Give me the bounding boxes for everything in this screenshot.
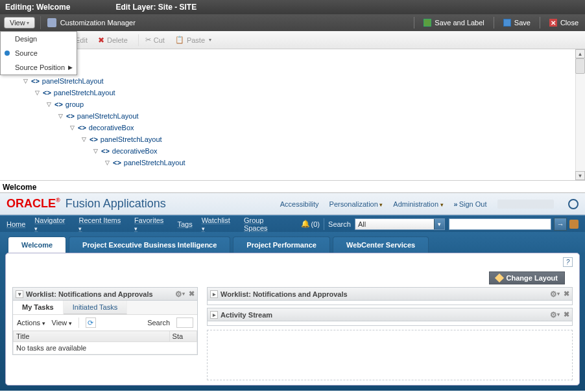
close-icon[interactable]: ✖ — [189, 290, 195, 298]
view-menu-source[interactable]: Source — [1, 46, 77, 60]
help-icon[interactable]: ? — [563, 257, 573, 267]
workspace: ? Change Layout ▾ Worklist: Notification… — [0, 253, 585, 391]
worklist-portlet-left: ▾ Worklist: Notifications and Approvals … — [12, 287, 198, 355]
main-tabs: Welcome Project Executive Business Intel… — [0, 232, 585, 253]
close-icon[interactable]: ✖ — [564, 290, 569, 298]
paste-icon: 📋 — [175, 36, 184, 44]
save-and-label-button[interactable]: Save and Label — [424, 19, 484, 27]
view-menu[interactable]: View — [52, 319, 72, 327]
actions-menu[interactable]: Actions — [17, 319, 45, 327]
tree-node[interactable]: ▽<>panelStretchLayout — [80, 133, 585, 145]
portlet-header: ▾ Worklist: Notifications and Approvals … — [13, 288, 197, 301]
source-tree-pane: ▽<>panelStretchLayout ▽<>panelStretchLay… — [0, 49, 585, 180]
sign-out-link[interactable]: Sign Out — [459, 200, 487, 208]
view-menu-button[interactable]: View ▾ — [4, 17, 35, 29]
table-row: No tasks are available — [14, 342, 197, 354]
tree-node[interactable]: ▽<>decorativeBox — [92, 145, 585, 157]
tree-node[interactable]: ▽<>decorativeBox — [69, 122, 585, 133]
close-icon: ✕ — [549, 19, 557, 27]
search-go-button[interactable]: → — [554, 218, 567, 231]
customization-manager-link[interactable]: Customization Manager — [47, 18, 136, 27]
administration-menu[interactable]: Administration — [393, 200, 443, 208]
tag-icon: <> — [78, 124, 86, 132]
save-button[interactable]: Save — [503, 19, 531, 27]
nav-recent-items[interactable]: Recent Items — [78, 216, 125, 232]
nav-group-spaces[interactable]: Group Spaces — [244, 216, 289, 232]
help-circle-icon[interactable] — [568, 199, 579, 209]
tab-project-performance[interactable]: Project Performance — [233, 236, 330, 253]
search-field[interactable] — [176, 317, 193, 328]
notification-count: (0) — [311, 220, 320, 228]
bell-icon[interactable]: 🔔 — [301, 220, 310, 228]
personalization-menu[interactable]: Personalization — [329, 200, 383, 208]
refresh-icon[interactable]: ⟳ — [86, 317, 96, 328]
expand-icon[interactable]: ▸ — [210, 290, 218, 298]
tab-my-tasks[interactable]: My Tasks — [13, 301, 64, 314]
edit-toolbar: Edit ✖Delete ✂Cut 📋Paste▾ — [0, 31, 585, 49]
tab-webcenter-services[interactable]: WebCenter Services — [333, 236, 429, 253]
tab-welcome[interactable]: Welcome — [8, 236, 66, 253]
save-icon — [503, 19, 511, 27]
gear-icon[interactable]: ⚙ — [175, 290, 182, 299]
edit-layer-title: Edit Layer: Site - SITE — [115, 0, 197, 14]
global-nav: Home Navigator Recent Items Favorites Ta… — [0, 215, 585, 232]
tree-node[interactable]: ▽<>panelStretchLayout — [57, 110, 585, 122]
save-label-icon — [424, 19, 431, 27]
gear-icon[interactable]: ⚙ — [550, 310, 557, 319]
search-input[interactable] — [449, 218, 552, 230]
tasks-table: Title Sta No tasks are available — [13, 330, 197, 354]
customization-manager-icon — [47, 18, 56, 27]
tree-node[interactable]: ▽<>panelStretchLayout — [34, 87, 585, 98]
app-title: Fusion Applications — [66, 197, 166, 211]
tag-icon: <> — [66, 112, 75, 120]
col-status[interactable]: Sta — [169, 331, 197, 342]
delete-button[interactable]: ✖Delete — [98, 36, 128, 45]
worklist-portlet-right: ▸ Worklist: Notifications and Approvals … — [207, 287, 573, 305]
expand-icon[interactable]: ▸ — [210, 311, 218, 319]
editor-toolbar: View ▾ Customization Manager Save and La… — [0, 14, 585, 31]
editor-header: Editing: Welcome Edit Layer: Site - SITE — [0, 0, 585, 14]
nav-navigator[interactable]: Navigator — [34, 216, 69, 232]
nav-watchlist[interactable]: Watchlist — [202, 216, 235, 232]
nav-home[interactable]: Home — [6, 220, 25, 228]
scroll-thumb[interactable] — [575, 58, 585, 74]
search-scope-select[interactable]: All ▾ — [355, 218, 445, 230]
view-menu-design[interactable]: Design — [1, 32, 77, 46]
tree-node[interactable]: ▽<>panelStretchLayout — [22, 75, 585, 87]
chevron-right-icon: ▶ — [68, 64, 73, 71]
scroll-down-icon[interactable]: ▼ — [575, 171, 585, 180]
tag-icon: <> — [43, 89, 51, 97]
scroll-up-icon[interactable]: ▲ — [575, 49, 585, 58]
activity-stream-portlet: ▸ Activity Stream ⚙▾ ✖ — [207, 308, 573, 326]
paste-button[interactable]: 📋Paste▾ — [175, 36, 211, 44]
brand-bar: ORACLE® Fusion Applications Accessibilit… — [0, 193, 585, 215]
view-menu-source-position[interactable]: Source Position ▶ — [1, 60, 77, 75]
tree-node[interactable]: ▽<>group — [45, 98, 585, 110]
close-icon[interactable]: ✖ — [564, 310, 569, 319]
accessibility-link[interactable]: Accessibility — [280, 200, 319, 208]
tag-icon: <> — [113, 159, 121, 167]
nav-favorites[interactable]: Favorites — [134, 216, 168, 232]
cut-button[interactable]: ✂Cut — [145, 36, 165, 44]
scrollbar[interactable] — [575, 58, 585, 171]
tree-node[interactable]: ▽<>panelStretchLayout — [104, 157, 585, 168]
worklist-toolbar: Actions View ⟳ Search — [13, 315, 197, 330]
nav-tags[interactable]: Tags — [177, 220, 192, 228]
change-layout-button[interactable]: Change Layout — [489, 271, 565, 284]
tab-pebi[interactable]: Project Executive Business Intelligence — [69, 236, 230, 253]
workspace-panel: ? Change Layout ▾ Worklist: Notification… — [5, 253, 580, 386]
tag-icon: <> — [54, 100, 63, 108]
search-options-icon[interactable] — [569, 220, 579, 229]
search-link[interactable]: Search — [147, 319, 170, 327]
collapse-icon[interactable]: ▾ — [16, 290, 23, 298]
search-label: Search — [328, 220, 351, 228]
tag-icon: <> — [101, 147, 110, 155]
col-title[interactable]: Title — [14, 331, 170, 342]
drop-region[interactable] — [207, 330, 573, 380]
worklist-tabs: My Tasks Initiated Tasks — [13, 301, 197, 315]
gear-icon[interactable]: ⚙ — [550, 290, 557, 299]
delete-icon: ✖ — [98, 36, 104, 45]
welcome-title-bar: Welcome — [0, 180, 585, 193]
tab-initiated-tasks[interactable]: Initiated Tasks — [64, 301, 128, 314]
close-button[interactable]: ✕ Close — [549, 19, 579, 27]
